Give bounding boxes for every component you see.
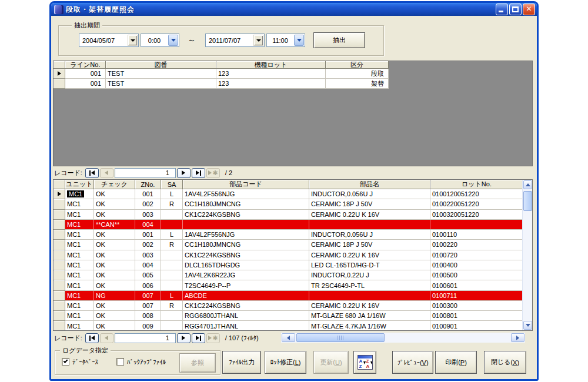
cell-sa[interactable]: L: [161, 230, 183, 240]
row-selector[interactable]: [54, 230, 65, 240]
last-record-button[interactable]: [192, 168, 205, 178]
row-selector[interactable]: [54, 260, 65, 270]
cell-part-code[interactable]: ABCDE: [183, 291, 309, 301]
cell-part-code[interactable]: CK1C224KGSBNG: [183, 210, 309, 220]
close-button[interactable]: ✕: [523, 4, 535, 15]
dropdown-arrow-icon[interactable]: [253, 35, 263, 46]
next-record-button[interactable]: [177, 168, 191, 178]
cell-check[interactable]: OK: [94, 199, 135, 209]
table-row[interactable]: MC1OK002RCC1H180JMNCNGCERAMIC 18P J 50V0…: [54, 240, 523, 250]
scroll-right-button[interactable]: [511, 333, 524, 342]
row-selector[interactable]: [54, 220, 65, 230]
cell-zno[interactable]: 003: [135, 250, 161, 260]
cell-zno[interactable]: 008: [135, 311, 161, 321]
row-selector[interactable]: [54, 270, 65, 280]
cell-check[interactable]: **CAN**: [94, 220, 135, 230]
cell-part-code[interactable]: 1AV4L2F556NJG: [183, 230, 309, 240]
cell-check[interactable]: OK: [94, 311, 135, 321]
cell-unit[interactable]: MC1: [65, 210, 94, 220]
cell-check[interactable]: OK: [94, 230, 135, 240]
cell-check[interactable]: OK: [94, 301, 135, 311]
row-selector[interactable]: [54, 321, 65, 331]
table-row[interactable]: MC1OK0051AV4L2K6R22JGINDUCTOR,0.22U J010…: [54, 270, 523, 280]
cell-unit[interactable]: MC1: [65, 311, 94, 321]
cell-sa[interactable]: L: [161, 189, 183, 199]
row-selector[interactable]: [54, 199, 65, 209]
last-record-button[interactable]: [192, 333, 205, 343]
cell-unit[interactable]: MC1: [65, 280, 94, 290]
setup-summary-table[interactable]: ラインNo.図番機種ロット区分 001TEST123段取001TEST123架替: [53, 61, 533, 166]
dropdown-arrow-icon[interactable]: [294, 35, 304, 46]
column-header[interactable]: ユニット: [65, 180, 94, 189]
cell-sa[interactable]: [161, 280, 183, 290]
cell-sa[interactable]: [161, 250, 183, 260]
dropdown-arrow-icon[interactable]: [168, 35, 178, 46]
cell-sa[interactable]: R: [161, 240, 183, 250]
cell-lot-no[interactable]: 0100801: [430, 311, 523, 321]
cell-part-name[interactable]: MT-GLAZE 680 JA 1/16W: [309, 311, 430, 321]
row-selector[interactable]: [54, 240, 65, 250]
cell-sa[interactable]: [161, 311, 183, 321]
scroll-up-button[interactable]: [523, 180, 532, 189]
row-selector[interactable]: [54, 280, 65, 290]
cell-lot-no[interactable]: 0100601: [430, 280, 523, 290]
cell-check[interactable]: OK: [94, 260, 135, 270]
record-number-input[interactable]: [115, 333, 176, 343]
table-row[interactable]: MC1NG007LABCDE0100711: [54, 291, 523, 301]
first-record-button[interactable]: [85, 168, 99, 178]
browse-button[interactable]: 参照: [179, 353, 216, 373]
cell-sa[interactable]: L: [161, 291, 183, 301]
cell-lot-no[interactable]: [430, 220, 523, 230]
time-from-combo[interactable]: 0:00: [141, 33, 179, 47]
table-row[interactable]: MC1**CAN**004: [54, 220, 523, 230]
cell-sa[interactable]: R: [161, 301, 183, 311]
cell-part-name[interactable]: [309, 291, 430, 301]
backup-file-checkbox[interactable]: [116, 358, 124, 366]
cell-kishu-lot[interactable]: 123: [216, 69, 326, 79]
cell-part-name[interactable]: INDUCTOR,0.056U J: [309, 230, 430, 240]
cell-zno[interactable]: 002: [135, 199, 161, 209]
cell-part-code[interactable]: DLCL165TDHGDG: [183, 260, 309, 270]
cell-part-name[interactable]: MT-GLAZE 4.7KJA 1/16W: [309, 321, 430, 331]
minimize-button[interactable]: [496, 4, 508, 15]
dropdown-arrow-icon[interactable]: [128, 35, 138, 46]
cell-unit[interactable]: MC1: [65, 240, 94, 250]
sort-button[interactable]: AZZA: [353, 351, 376, 374]
cell-check[interactable]: NG: [94, 291, 135, 301]
column-header[interactable]: SA: [161, 180, 183, 189]
cell-sa[interactable]: R: [161, 199, 183, 209]
cell-zno[interactable]: 005: [135, 270, 161, 280]
cell-check[interactable]: OK: [94, 270, 135, 280]
cell-zno[interactable]: 009: [135, 321, 161, 331]
cell-zuban[interactable]: TEST: [106, 69, 216, 79]
previous-record-button[interactable]: [100, 168, 113, 178]
cell-lot-no[interactable]: 0100711: [430, 291, 523, 301]
cell-lot-no[interactable]: 0100320051220: [430, 210, 523, 220]
close-window-button[interactable]: 閉じる(X): [484, 351, 526, 374]
cell-lot-no[interactable]: 0100120051220: [430, 189, 523, 199]
cell-lot-no[interactable]: 0100110: [430, 230, 523, 240]
table-row[interactable]: MC1OK003CK1C224KGSBNGCERAMIC 0.22U K 16V…: [54, 210, 523, 220]
scroll-left-button[interactable]: [282, 333, 295, 342]
cell-zno[interactable]: 007: [135, 301, 161, 311]
cell-part-code[interactable]: T2SC4649-P--P: [183, 280, 309, 290]
new-record-button[interactable]: ✱: [206, 168, 220, 178]
cell-lot-no[interactable]: 0100901: [430, 321, 523, 331]
cell-check[interactable]: OK: [94, 210, 135, 220]
cell-unit[interactable]: MC1: [65, 220, 94, 230]
row-selector[interactable]: [54, 311, 65, 321]
column-header[interactable]: ロットNo.: [430, 180, 523, 189]
cell-part-name[interactable]: CERAMIC 0.22U K 16V: [309, 301, 430, 311]
table-row[interactable]: MC1OK001L1AV4L2F556NJGINDUCTOR,0.056U J0…: [54, 230, 523, 240]
cell-sa[interactable]: [161, 210, 183, 220]
cell-part-code[interactable]: [183, 220, 309, 230]
update-button[interactable]: 更新(U): [313, 351, 349, 374]
column-header[interactable]: 機種ロット: [216, 61, 326, 69]
cell-check[interactable]: OK: [94, 280, 135, 290]
cell-zno[interactable]: 002: [135, 240, 161, 250]
vertical-scroll-thumb[interactable]: [523, 191, 532, 211]
cell-check[interactable]: OK: [94, 321, 135, 331]
cell-part-code[interactable]: RGG6800JTHANL: [183, 311, 309, 321]
cell-sa[interactable]: [161, 270, 183, 280]
cell-lot-no[interactable]: 0100220051220: [430, 199, 523, 209]
